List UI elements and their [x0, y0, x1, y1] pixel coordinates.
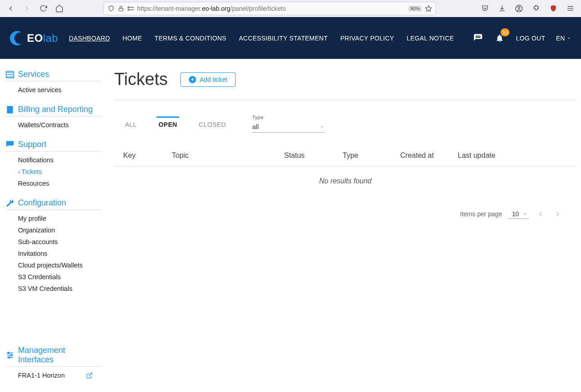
downloads-icon[interactable] [496, 2, 508, 15]
sidebar-header-services[interactable]: Services [5, 66, 102, 81]
sidebar-item-resources[interactable]: Resources [18, 178, 102, 189]
sidebar-section-management: Management Interfaces FRA1-1 Horizon [5, 342, 102, 384]
svg-point-17 [9, 356, 10, 358]
type-filter-label: Type [252, 115, 324, 120]
lock-icon [117, 5, 125, 12]
browser-chrome: https://tenant-manager.eo-lab.org/panel/… [0, 0, 581, 17]
pocket-icon[interactable] [478, 2, 491, 15]
nav-privacy[interactable]: PRIVACY POLICY [340, 35, 394, 42]
next-page-button[interactable] [552, 209, 563, 219]
sidebar-item-wallets-contracts[interactable]: Wallets/Contracts [18, 119, 102, 131]
sidebar-section-services: Services Active services [5, 66, 102, 98]
svg-rect-0 [119, 8, 123, 11]
tab-closed[interactable]: CLOSED [197, 116, 228, 133]
divider [114, 100, 577, 100]
logo-icon [10, 31, 24, 45]
notification-badge: 10 [501, 28, 509, 36]
col-type: Type [343, 151, 400, 160]
svg-point-3 [128, 9, 129, 10]
book-icon [5, 105, 14, 114]
nav-dashboard[interactable]: DASHBOARD [69, 35, 110, 42]
svg-line-18 [89, 373, 92, 376]
notifications-icon[interactable]: 10 [494, 33, 505, 44]
nav-home[interactable]: HOME [123, 35, 142, 42]
account-icon[interactable] [513, 2, 525, 15]
type-filter: Type all [252, 115, 324, 133]
sidebar-header-billing[interactable]: Billing and Reporting [5, 101, 102, 116]
nav-terms[interactable]: TERMS & CONDITIONS [155, 35, 226, 42]
no-results-message: No results found [114, 166, 577, 196]
url-bar[interactable]: https://tenant-manager.eo-lab.org/panel/… [103, 2, 436, 15]
sidebar: Services Active services Billing and Rep… [0, 59, 106, 392]
filter-tabs: ALL OPEN CLOSED [114, 116, 228, 133]
permissions-icon [127, 5, 134, 12]
col-status: Status [284, 151, 343, 160]
sidebar-item-active-services[interactable]: Active services [18, 84, 102, 96]
sidebar-item-fra1-horizon[interactable]: FRA1-1 Horizon [18, 370, 102, 381]
pagination: Items per page 10 [114, 209, 577, 219]
logout-button[interactable]: LOG OUT [516, 35, 545, 42]
sidebar-header-configuration[interactable]: Configuration [5, 195, 102, 210]
sidebar-header-support[interactable]: Support [5, 136, 102, 151]
tune-icon [5, 351, 14, 360]
sidebar-section-billing: Billing and Reporting Wallets/Contracts [5, 101, 102, 134]
sidebar-item-s3-credentials[interactable]: S3 Credentials [18, 271, 102, 283]
sidebar-section-support: Support Notifications ›Tickets Resources [5, 136, 102, 192]
nav-accessibility[interactable]: ACCESSIBILITY STATEMENT [239, 35, 328, 42]
col-key: Key [114, 151, 172, 160]
items-per-page-select[interactable]: 10 [508, 209, 529, 219]
sidebar-item-notifications[interactable]: Notifications [18, 154, 102, 166]
reload-button[interactable] [37, 2, 49, 15]
sidebar-item-invitations[interactable]: Invitations [18, 248, 102, 259]
logo[interactable]: EOlab [10, 31, 58, 45]
chrome-right-icons [478, 2, 577, 15]
language-select[interactable]: EN [556, 35, 571, 42]
svg-point-1 [128, 7, 129, 8]
shield-icon [107, 5, 115, 12]
bookmark-star-icon[interactable] [425, 5, 432, 12]
nav-legal[interactable]: LEGAL NOTICE [407, 35, 454, 42]
chat-icon [5, 140, 14, 149]
language-label: EN [556, 35, 565, 42]
chevron-down-icon [567, 36, 571, 40]
extensions-icon[interactable] [530, 2, 542, 15]
forward-button [21, 2, 33, 15]
add-ticket-button[interactable]: + Add ticket [180, 72, 236, 87]
svg-point-15 [8, 352, 9, 353]
type-filter-select[interactable]: all [252, 121, 324, 133]
top-nav: EOlab DASHBOARD HOME TERMS & CONDITIONS … [0, 17, 581, 59]
sidebar-section-configuration: Configuration My profile Organization Su… [5, 195, 102, 297]
svg-marker-5 [425, 5, 431, 11]
logo-text: EOlab [27, 32, 58, 45]
sidebar-item-my-profile[interactable]: My profile [18, 213, 102, 224]
items-per-page-label: Items per page [460, 210, 502, 218]
chevron-down-icon [523, 212, 527, 216]
sidebar-item-cloud-projects[interactable]: Cloud projects/Wallets [18, 259, 102, 271]
url-text: https://tenant-manager.eo-lab.org/panel/… [137, 5, 405, 12]
tab-open[interactable]: OPEN [156, 116, 179, 133]
col-updated: Last update [458, 151, 525, 160]
sidebar-item-organization[interactable]: Organization [18, 224, 102, 236]
table-header: Key Topic Status Type Created at Last up… [114, 145, 577, 166]
back-button[interactable] [4, 2, 17, 15]
main-content: Tickets + Add ticket ALL OPEN CLOSED Typ… [106, 59, 581, 392]
ublock-icon[interactable] [547, 2, 559, 15]
tab-all[interactable]: ALL [123, 116, 139, 133]
chevron-right-icon: › [18, 168, 20, 175]
home-button[interactable] [53, 2, 66, 15]
prev-page-button[interactable] [535, 209, 546, 219]
nav-links: DASHBOARD HOME TERMS & CONDITIONS ACCESS… [69, 35, 454, 42]
chevron-down-icon [320, 125, 324, 129]
page-title: Tickets [114, 70, 168, 89]
messages-icon[interactable] [473, 33, 483, 44]
menu-icon[interactable] [564, 2, 577, 15]
col-created: Created at [400, 151, 458, 160]
wrench-icon [5, 199, 14, 208]
sidebar-item-tickets[interactable]: ›Tickets [18, 166, 102, 178]
plus-icon: + [189, 76, 196, 83]
sidebar-item-sub-accounts[interactable]: Sub-accounts [18, 236, 102, 248]
zoom-badge[interactable]: 90% [408, 5, 422, 12]
sidebar-header-management[interactable]: Management Interfaces [5, 342, 102, 367]
svg-point-7 [518, 6, 520, 9]
sidebar-item-s3-vm-credentials[interactable]: S3 VM Credentials [18, 283, 102, 294]
